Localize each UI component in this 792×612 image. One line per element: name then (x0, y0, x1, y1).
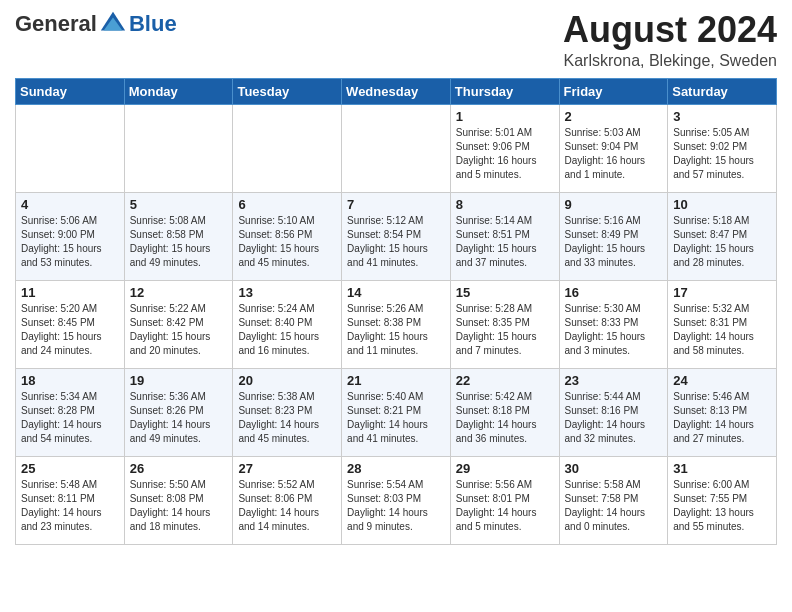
header-friday: Friday (559, 78, 668, 104)
calendar-cell: 14Sunrise: 5:26 AM Sunset: 8:38 PM Dayli… (342, 280, 451, 368)
day-number: 22 (456, 373, 554, 388)
header-wednesday: Wednesday (342, 78, 451, 104)
logo-blue-text: Blue (129, 11, 177, 37)
calendar-cell: 17Sunrise: 5:32 AM Sunset: 8:31 PM Dayli… (668, 280, 777, 368)
day-info: Sunrise: 5:26 AM Sunset: 8:38 PM Dayligh… (347, 302, 445, 358)
day-number: 2 (565, 109, 663, 124)
day-number: 27 (238, 461, 336, 476)
month-title: August 2024 (563, 10, 777, 50)
calendar-cell: 15Sunrise: 5:28 AM Sunset: 8:35 PM Dayli… (450, 280, 559, 368)
day-info: Sunrise: 5:52 AM Sunset: 8:06 PM Dayligh… (238, 478, 336, 534)
day-info: Sunrise: 5:42 AM Sunset: 8:18 PM Dayligh… (456, 390, 554, 446)
header-monday: Monday (124, 78, 233, 104)
title-block: August 2024 Karlskrona, Blekinge, Sweden (563, 10, 777, 70)
day-info: Sunrise: 5:30 AM Sunset: 8:33 PM Dayligh… (565, 302, 663, 358)
week-row-3: 11Sunrise: 5:20 AM Sunset: 8:45 PM Dayli… (16, 280, 777, 368)
day-number: 24 (673, 373, 771, 388)
calendar-cell: 8Sunrise: 5:14 AM Sunset: 8:51 PM Daylig… (450, 192, 559, 280)
week-row-2: 4Sunrise: 5:06 AM Sunset: 9:00 PM Daylig… (16, 192, 777, 280)
day-number: 9 (565, 197, 663, 212)
day-info: Sunrise: 5:14 AM Sunset: 8:51 PM Dayligh… (456, 214, 554, 270)
calendar-cell: 19Sunrise: 5:36 AM Sunset: 8:26 PM Dayli… (124, 368, 233, 456)
day-info: Sunrise: 5:54 AM Sunset: 8:03 PM Dayligh… (347, 478, 445, 534)
day-info: Sunrise: 5:06 AM Sunset: 9:00 PM Dayligh… (21, 214, 119, 270)
calendar-cell: 1Sunrise: 5:01 AM Sunset: 9:06 PM Daylig… (450, 104, 559, 192)
day-info: Sunrise: 5:56 AM Sunset: 8:01 PM Dayligh… (456, 478, 554, 534)
header-saturday: Saturday (668, 78, 777, 104)
day-info: Sunrise: 5:12 AM Sunset: 8:54 PM Dayligh… (347, 214, 445, 270)
day-info: Sunrise: 6:00 AM Sunset: 7:55 PM Dayligh… (673, 478, 771, 534)
day-number: 18 (21, 373, 119, 388)
day-info: Sunrise: 5:22 AM Sunset: 8:42 PM Dayligh… (130, 302, 228, 358)
day-number: 30 (565, 461, 663, 476)
day-info: Sunrise: 5:20 AM Sunset: 8:45 PM Dayligh… (21, 302, 119, 358)
calendar-cell (342, 104, 451, 192)
day-info: Sunrise: 5:05 AM Sunset: 9:02 PM Dayligh… (673, 126, 771, 182)
day-number: 6 (238, 197, 336, 212)
day-info: Sunrise: 5:40 AM Sunset: 8:21 PM Dayligh… (347, 390, 445, 446)
calendar-cell: 23Sunrise: 5:44 AM Sunset: 8:16 PM Dayli… (559, 368, 668, 456)
day-info: Sunrise: 5:50 AM Sunset: 8:08 PM Dayligh… (130, 478, 228, 534)
calendar-cell: 2Sunrise: 5:03 AM Sunset: 9:04 PM Daylig… (559, 104, 668, 192)
calendar-cell: 3Sunrise: 5:05 AM Sunset: 9:02 PM Daylig… (668, 104, 777, 192)
day-info: Sunrise: 5:44 AM Sunset: 8:16 PM Dayligh… (565, 390, 663, 446)
day-number: 25 (21, 461, 119, 476)
day-info: Sunrise: 5:34 AM Sunset: 8:28 PM Dayligh… (21, 390, 119, 446)
day-number: 12 (130, 285, 228, 300)
day-info: Sunrise: 5:36 AM Sunset: 8:26 PM Dayligh… (130, 390, 228, 446)
calendar-cell: 4Sunrise: 5:06 AM Sunset: 9:00 PM Daylig… (16, 192, 125, 280)
day-info: Sunrise: 5:48 AM Sunset: 8:11 PM Dayligh… (21, 478, 119, 534)
day-number: 7 (347, 197, 445, 212)
header-thursday: Thursday (450, 78, 559, 104)
calendar-cell: 29Sunrise: 5:56 AM Sunset: 8:01 PM Dayli… (450, 456, 559, 544)
calendar-cell: 25Sunrise: 5:48 AM Sunset: 8:11 PM Dayli… (16, 456, 125, 544)
header-row: Sunday Monday Tuesday Wednesday Thursday… (16, 78, 777, 104)
day-info: Sunrise: 5:24 AM Sunset: 8:40 PM Dayligh… (238, 302, 336, 358)
day-info: Sunrise: 5:46 AM Sunset: 8:13 PM Dayligh… (673, 390, 771, 446)
day-number: 23 (565, 373, 663, 388)
calendar-cell: 16Sunrise: 5:30 AM Sunset: 8:33 PM Dayli… (559, 280, 668, 368)
day-number: 20 (238, 373, 336, 388)
calendar-table: Sunday Monday Tuesday Wednesday Thursday… (15, 78, 777, 545)
calendar-cell: 7Sunrise: 5:12 AM Sunset: 8:54 PM Daylig… (342, 192, 451, 280)
calendar-cell: 30Sunrise: 5:58 AM Sunset: 7:58 PM Dayli… (559, 456, 668, 544)
location: Karlskrona, Blekinge, Sweden (563, 52, 777, 70)
calendar-cell: 24Sunrise: 5:46 AM Sunset: 8:13 PM Dayli… (668, 368, 777, 456)
calendar-cell: 5Sunrise: 5:08 AM Sunset: 8:58 PM Daylig… (124, 192, 233, 280)
week-row-5: 25Sunrise: 5:48 AM Sunset: 8:11 PM Dayli… (16, 456, 777, 544)
day-number: 1 (456, 109, 554, 124)
header-tuesday: Tuesday (233, 78, 342, 104)
day-number: 13 (238, 285, 336, 300)
calendar-cell (124, 104, 233, 192)
calendar-cell: 6Sunrise: 5:10 AM Sunset: 8:56 PM Daylig… (233, 192, 342, 280)
day-number: 14 (347, 285, 445, 300)
week-row-4: 18Sunrise: 5:34 AM Sunset: 8:28 PM Dayli… (16, 368, 777, 456)
day-info: Sunrise: 5:32 AM Sunset: 8:31 PM Dayligh… (673, 302, 771, 358)
day-number: 29 (456, 461, 554, 476)
calendar-cell: 10Sunrise: 5:18 AM Sunset: 8:47 PM Dayli… (668, 192, 777, 280)
day-number: 19 (130, 373, 228, 388)
logo-general-text: General (15, 11, 97, 37)
calendar-cell: 26Sunrise: 5:50 AM Sunset: 8:08 PM Dayli… (124, 456, 233, 544)
calendar-cell: 9Sunrise: 5:16 AM Sunset: 8:49 PM Daylig… (559, 192, 668, 280)
day-info: Sunrise: 5:16 AM Sunset: 8:49 PM Dayligh… (565, 214, 663, 270)
logo-icon (99, 10, 127, 38)
day-number: 17 (673, 285, 771, 300)
calendar-cell: 11Sunrise: 5:20 AM Sunset: 8:45 PM Dayli… (16, 280, 125, 368)
day-number: 8 (456, 197, 554, 212)
day-info: Sunrise: 5:03 AM Sunset: 9:04 PM Dayligh… (565, 126, 663, 182)
day-info: Sunrise: 5:10 AM Sunset: 8:56 PM Dayligh… (238, 214, 336, 270)
calendar-cell: 22Sunrise: 5:42 AM Sunset: 8:18 PM Dayli… (450, 368, 559, 456)
day-info: Sunrise: 5:08 AM Sunset: 8:58 PM Dayligh… (130, 214, 228, 270)
day-number: 21 (347, 373, 445, 388)
calendar-header: Sunday Monday Tuesday Wednesday Thursday… (16, 78, 777, 104)
logo: General Blue (15, 10, 177, 38)
calendar-cell: 13Sunrise: 5:24 AM Sunset: 8:40 PM Dayli… (233, 280, 342, 368)
day-number: 4 (21, 197, 119, 212)
calendar-cell: 28Sunrise: 5:54 AM Sunset: 8:03 PM Dayli… (342, 456, 451, 544)
day-number: 28 (347, 461, 445, 476)
day-info: Sunrise: 5:28 AM Sunset: 8:35 PM Dayligh… (456, 302, 554, 358)
week-row-1: 1Sunrise: 5:01 AM Sunset: 9:06 PM Daylig… (16, 104, 777, 192)
day-info: Sunrise: 5:38 AM Sunset: 8:23 PM Dayligh… (238, 390, 336, 446)
day-info: Sunrise: 5:01 AM Sunset: 9:06 PM Dayligh… (456, 126, 554, 182)
